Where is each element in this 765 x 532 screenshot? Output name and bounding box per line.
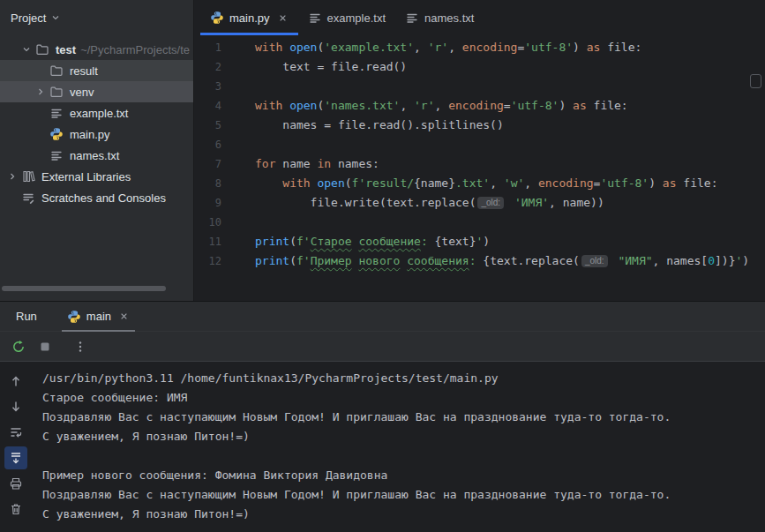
- editor-scrollbar-thumb[interactable]: [750, 74, 761, 88]
- chevron-right-icon[interactable]: [34, 86, 48, 97]
- editor-tab-example-txt[interactable]: example.txt: [298, 0, 395, 35]
- code-token: name: [275, 157, 317, 170]
- code-text: text = file.read(): [227, 57, 407, 77]
- code-token: ])}: [715, 254, 735, 267]
- rerun-button[interactable]: [7, 335, 30, 358]
- editor-tab-main-py[interactable]: main.py: [200, 0, 298, 35]
- horizontal-scrollbar[interactable]: [2, 286, 166, 291]
- code-token: ,: [524, 176, 538, 190]
- clear-button[interactable]: [4, 498, 27, 521]
- tree-item-names-txt[interactable]: names.txt: [0, 145, 193, 166]
- code-token: print: [255, 235, 289, 248]
- code-token: names = file.read().splitlines(): [255, 118, 504, 131]
- run-tool-window: Run main /usr/bin/python3.11 /home/funti…: [0, 301, 765, 532]
- folder-icon: [48, 85, 65, 99]
- scroll-to-end-button[interactable]: [4, 446, 27, 469]
- code-line[interactable]: 9 file.write(text.replace(_old: 'ИМЯ', n…: [195, 193, 765, 213]
- code-token: with: [282, 176, 310, 190]
- code-token: (: [345, 176, 352, 190]
- console-line: Пример нового сообщения: Фомина Виктория…: [42, 466, 765, 485]
- chevron-right-icon[interactable]: [5, 171, 19, 182]
- code-line[interactable]: 10: [195, 213, 765, 232]
- folder-icon: [34, 42, 51, 56]
- line-number[interactable]: 9: [195, 193, 227, 213]
- code-line[interactable]: 4with open('names.txt', 'r', encoding='u…: [195, 96, 765, 116]
- project-tree: test~/PycharmProjects/teresultvenvexampl…: [0, 35, 193, 208]
- arrow-up-button[interactable]: [4, 370, 27, 393]
- tree-item-result[interactable]: result: [0, 60, 193, 81]
- code-token: ,: [400, 99, 414, 112]
- code-line[interactable]: 6: [195, 135, 765, 154]
- code-token: text = file.read(): [255, 60, 407, 73]
- code-editor[interactable]: 1with open('example.txt', 'r', encoding=…: [195, 35, 765, 301]
- code-line[interactable]: 12print(f'Пример нового сообщения: {text…: [195, 251, 765, 271]
- code-token: "ИМЯ": [611, 254, 653, 267]
- code-text: with open(f'result/{name}.txt', 'w', enc…: [227, 174, 717, 193]
- line-number[interactable]: 3: [195, 77, 227, 96]
- code-token: [282, 41, 289, 54]
- folder-icon: [48, 64, 65, 78]
- code-token: file:: [677, 176, 718, 190]
- code-line[interactable]: 11print(f'Старое сообщение: {text}'): [195, 232, 765, 251]
- close-icon[interactable]: [118, 311, 130, 322]
- code-token: (: [289, 254, 296, 267]
- line-number[interactable]: 12: [195, 251, 227, 271]
- code-token: 'r': [428, 41, 448, 54]
- code-token: ): [573, 41, 587, 54]
- chevron-down-icon[interactable]: [50, 12, 61, 23]
- print-button[interactable]: [4, 472, 27, 495]
- code-line[interactable]: 3: [195, 77, 765, 96]
- code-line[interactable]: 5 names = file.read().splitlines(): [195, 116, 765, 135]
- tree-item-example-txt[interactable]: example.txt: [0, 102, 193, 124]
- code-token: нового: [358, 254, 400, 267]
- code-token: for: [255, 157, 275, 170]
- code-token: :: [421, 235, 435, 248]
- tree-item-scratches-and-consoles[interactable]: Scratches and Consoles: [0, 187, 193, 208]
- console-line: Старое сообщение: ИМЯ: [42, 388, 765, 408]
- code-token: 'r': [414, 99, 434, 112]
- tree-item-main-py[interactable]: main.py: [0, 124, 193, 145]
- stop-button[interactable]: [34, 335, 56, 358]
- code-token: 'utf-8': [511, 99, 559, 112]
- tree-item-label: main.py: [70, 128, 110, 141]
- code-line[interactable]: 8 with open(f'result/{name}.txt', 'w', e…: [195, 174, 765, 193]
- arrow-down-button[interactable]: [4, 395, 27, 418]
- line-number[interactable]: 6: [195, 135, 227, 154]
- code-line[interactable]: 2 text = file.read(): [195, 57, 765, 77]
- line-number[interactable]: 11: [195, 232, 227, 251]
- code-token: file:: [587, 99, 628, 112]
- python-icon: [48, 127, 65, 141]
- line-number[interactable]: 4: [195, 96, 227, 116]
- close-icon[interactable]: [277, 12, 289, 24]
- code-line[interactable]: 1with open('example.txt', 'r', encoding=…: [195, 38, 765, 57]
- project-panel-title: Project: [11, 11, 46, 25]
- more-button[interactable]: [69, 335, 92, 358]
- code-token: with: [255, 99, 282, 112]
- line-number[interactable]: 2: [195, 57, 227, 77]
- code-token: ): [559, 99, 573, 112]
- code-text: [227, 213, 255, 232]
- tree-item-external-libraries[interactable]: External Libraries: [0, 166, 193, 187]
- tree-item-test[interactable]: test~/PycharmProjects/te: [0, 39, 193, 60]
- chevron-down-icon[interactable]: [19, 44, 34, 55]
- code-token: 'example.txt': [324, 41, 414, 54]
- line-number[interactable]: 7: [195, 154, 227, 174]
- code-token: :: [469, 254, 484, 267]
- code-token: in: [317, 157, 331, 170]
- tree-item-venv[interactable]: venv: [0, 81, 193, 102]
- line-number[interactable]: 8: [195, 174, 227, 193]
- soft-wrap-button[interactable]: [4, 421, 27, 444]
- editor-tab-label: names.txt: [424, 11, 474, 25]
- run-tab-main[interactable]: main: [62, 302, 135, 332]
- console-output[interactable]: /usr/bin/python3.11 /home/funtiknax13/Py…: [32, 363, 765, 532]
- line-number[interactable]: 1: [195, 38, 227, 57]
- code-text: with open('example.txt', 'r', encoding='…: [227, 38, 641, 57]
- editor-tab-names-txt[interactable]: names.txt: [395, 0, 484, 35]
- line-number[interactable]: 10: [195, 213, 227, 232]
- code-line[interactable]: 7for name in names:: [195, 154, 765, 174]
- line-number[interactable]: 5: [195, 116, 227, 135]
- code-token: [255, 176, 282, 190]
- tree-item-label: result: [70, 64, 98, 78]
- ide-window: { "colors": { "accent": "#3574f0", "stri…: [0, 0, 765, 532]
- code-token: [282, 99, 289, 112]
